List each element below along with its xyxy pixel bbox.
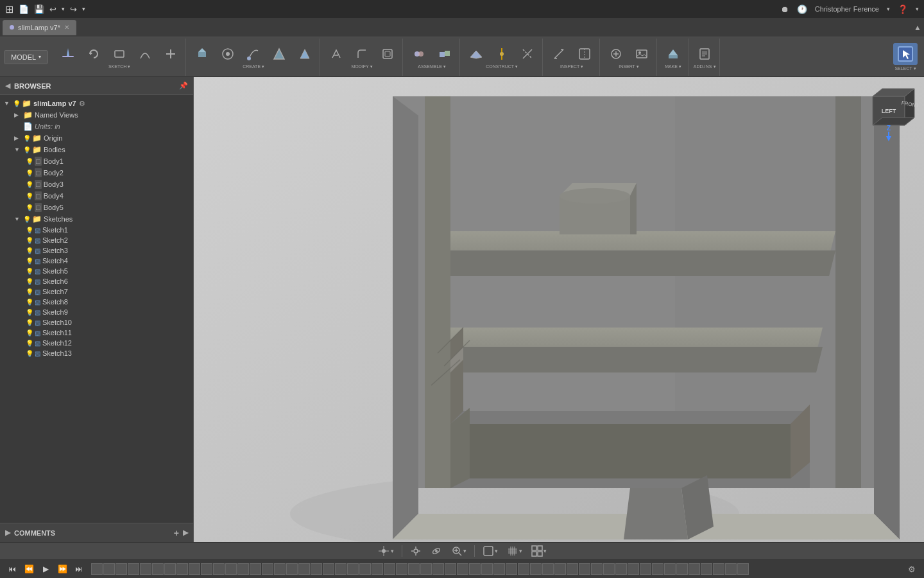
redo-dropdown-icon[interactable]: ▾ [82,6,85,12]
tree-sketch9[interactable]: 💡 ▧ Sketch9 [0,307,193,317]
sketches-visibility-icon[interactable]: 💡 [23,216,31,223]
body3-visibility-icon[interactable]: 💡 [26,181,33,188]
timeline-thumb[interactable] [432,563,444,575]
inspect-measure-btn[interactable] [547,45,571,63]
snap-settings-btn[interactable]: ▾ [528,544,550,558]
save-icon[interactable]: 💾 [34,4,44,14]
timeline-thumb[interactable] [579,563,590,575]
new-file-icon[interactable]: 📄 [19,4,29,14]
construct-plane-btn[interactable] [464,45,488,63]
modify-shell-btn[interactable] [375,45,400,63]
origin-arrow[interactable]: ▶ [14,135,23,141]
insert-derive-btn[interactable] [604,45,628,63]
timeline-thumb[interactable] [237,563,249,575]
construct-point-btn[interactable] [515,45,540,63]
timeline-thumb[interactable] [554,563,566,575]
modify-fillet-btn[interactable] [350,45,374,63]
pan-btn[interactable] [407,544,425,558]
file-tab[interactable]: slimLamp v7* ✕ [3,20,76,35]
timeline-thumb[interactable] [225,563,237,575]
select-btn[interactable] [893,43,918,65]
timeline-thumb[interactable] [250,563,261,575]
tree-body4[interactable]: 💡 □ Body4 [0,190,193,202]
sketch-undo-btn[interactable] [81,45,106,63]
timeline-thumb[interactable] [676,563,688,575]
timeline-thumb[interactable] [116,563,127,575]
sketch8-visibility-icon[interactable]: 💡 [26,299,33,306]
sketch6-visibility-icon[interactable]: 💡 [26,278,33,285]
grid-settings-btn[interactable]: ▾ [504,544,526,558]
timeline-start-btn[interactable]: ⏮ [5,562,19,576]
construct-axis-btn[interactable] [490,45,514,63]
timeline-thumb[interactable] [103,563,115,575]
timeline-thumb[interactable] [189,563,200,575]
timeline-thumb[interactable] [567,563,578,575]
timeline-thumb[interactable] [152,563,164,575]
timeline-next-btn[interactable]: ⏩ [55,562,69,576]
tree-named-views[interactable]: ▶ 📁 Named Views [0,109,193,121]
timeline-thumb[interactable] [506,563,517,575]
body4-visibility-icon[interactable]: 💡 [26,193,33,200]
tab-expand-icon[interactable]: ▲ [914,23,921,32]
user-dropdown-icon[interactable]: ▾ [887,6,890,12]
timeline-thumb[interactable] [323,563,334,575]
timeline-thumb[interactable] [542,563,554,575]
timeline-thumb[interactable] [384,563,395,575]
timeline-thumb[interactable] [311,563,322,575]
browser-pin-icon[interactable]: 📌 [179,82,188,90]
tree-sketch6[interactable]: 💡 ▧ Sketch6 [0,276,193,286]
timeline-thumb[interactable] [518,563,529,575]
timeline-thumb[interactable] [615,563,627,575]
timeline-thumb[interactable] [713,563,724,575]
assemble-comp-btn[interactable] [432,45,457,63]
zoom-btn[interactable]: ▾ [448,544,470,558]
tree-sketch8[interactable]: 💡 ▧ Sketch8 [0,297,193,307]
body1-visibility-icon[interactable]: 💡 [26,158,33,165]
tree-sketch11[interactable]: 💡 ▧ Sketch11 [0,328,193,338]
timeline-thumb[interactable] [445,563,456,575]
tree-sketch10[interactable]: 💡 ▧ Sketch10 [0,317,193,328]
tree-sketch2[interactable]: 💡 ▧ Sketch2 [0,235,193,245]
comments-expand-icon[interactable]: ▶ [5,529,10,537]
tree-sketch1[interactable]: 💡 ▧ Sketch1 [0,225,193,235]
timeline-thumb[interactable] [262,563,273,575]
timeline-thumb[interactable] [481,563,493,575]
clock-icon[interactable]: 🕐 [797,4,807,14]
create-more-btn[interactable] [293,45,317,63]
tree-sketch13[interactable]: 💡 ▧ Sketch13 [0,348,193,358]
addins-group-label[interactable]: ADD-INS▾ [694,64,716,69]
sketch11-visibility-icon[interactable]: 💡 [26,329,33,337]
timeline-thumb[interactable] [457,563,468,575]
origin-visibility-icon[interactable]: 💡 [23,135,31,142]
sketch10-visibility-icon[interactable]: 💡 [26,319,33,326]
timeline-thumb[interactable] [140,563,151,575]
sketch4-visibility-icon[interactable]: 💡 [26,258,33,265]
timeline-thumb[interactable] [640,563,651,575]
timeline-thumb[interactable] [128,563,139,575]
user-label[interactable]: Christopher Ference [815,5,879,13]
addins-scripts-btn[interactable] [692,45,717,63]
sketch7-visibility-icon[interactable]: 💡 [26,288,33,295]
create-sweep-btn[interactable] [241,45,266,63]
timeline-thumb[interactable] [652,563,663,575]
timeline-thumb[interactable] [164,563,176,575]
inspect-group-label[interactable]: INSPECT▾ [560,64,583,69]
sketch12-visibility-icon[interactable]: 💡 [26,340,33,347]
orbit-btn[interactable] [427,544,445,558]
modify-group-label[interactable]: MODIFY▾ [352,64,373,69]
tree-body3[interactable]: 💡 □ Body3 [0,179,193,190]
insert-group-label[interactable]: INSERT▾ [619,64,639,69]
timeline-thumb[interactable] [420,563,432,575]
sketch13-visibility-icon[interactable]: 💡 [26,350,33,357]
timeline-thumb[interactable] [469,563,481,575]
timeline-thumb[interactable] [689,563,700,575]
timeline-thumb[interactable] [591,563,603,575]
sketch1-visibility-icon[interactable]: 💡 [26,227,33,234]
insert-image-btn[interactable] [629,45,654,63]
sketch-create-btn[interactable] [56,45,80,63]
timeline-thumb[interactable] [701,563,712,575]
timeline-thumb[interactable] [335,563,346,575]
comments-panel-expand-icon[interactable]: ▶ [183,529,188,537]
root-visibility-icon[interactable]: 💡 [13,100,21,107]
root-collapse-arrow[interactable]: ▼ [4,100,13,107]
